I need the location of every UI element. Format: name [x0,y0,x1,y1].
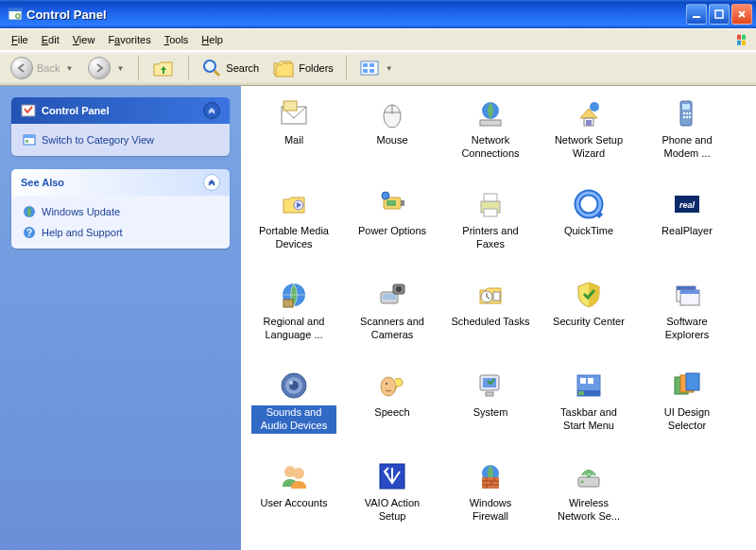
system-icon [474,370,507,402]
cpl-item-power[interactable]: Power Options [347,188,438,275]
switch-category-label: Switch to Category View [42,134,154,146]
views-button[interactable]: ▼ [354,56,400,80]
firewall-icon [474,460,507,492]
cpl-item-speech[interactable]: Speech [347,370,438,456]
minimize-button[interactable] [686,4,707,25]
forward-arrow-icon [88,57,111,79]
svg-point-62 [386,383,387,385]
search-icon [201,58,222,78]
toolbar-separator-2 [188,56,189,80]
svg-rect-1 [9,9,22,11]
window-title: Control Panel [26,8,686,22]
cpl-item-scanners[interactable]: Scanners and Cameras [347,279,438,366]
cpl-label: RealPlayer [659,224,715,239]
regional-icon [278,279,310,311]
svg-rect-65 [486,392,493,396]
cpl-label: Regional and Language ... [251,315,336,343]
svg-point-42 [577,193,600,215]
cpl-item-firewall[interactable]: Windows Firewall [445,460,536,547]
cpl-item-realplayer[interactable]: realRealPlayer [642,188,732,275]
svg-rect-46 [284,300,293,307]
folders-button[interactable]: Folders [267,55,338,81]
cpl-item-network-setup[interactable]: Network Setup Wizard [543,97,634,184]
menu-view[interactable]: View [67,32,101,47]
svg-rect-3 [693,16,700,18]
cpl-label: Speech [371,405,412,421]
cpl-item-network-connections[interactable]: Network Connections [445,97,536,184]
switch-category-link[interactable]: Switch to Category View [23,133,218,146]
svg-point-32 [686,116,688,118]
help-support-link[interactable]: ? Help and Support [23,226,218,239]
menu-tools[interactable]: Tools [159,32,195,47]
search-button[interactable]: Search [197,55,264,81]
cpl-item-printers[interactable]: Printers and Faxes [445,188,536,275]
cpl-item-taskbar[interactable]: Taskbar and Start Menu [543,370,634,456]
vaio-icon [376,460,408,492]
up-button[interactable] [146,54,180,82]
svg-rect-78 [482,477,499,489]
svg-rect-7 [363,63,368,67]
menu-file[interactable]: File [6,32,34,47]
svg-rect-54 [677,286,696,290]
sounds-icon [278,370,310,402]
sidebar: Control Panel Switch to Category View Se… [0,86,241,550]
cpl-item-wireless[interactable]: Wireless Network Se... [543,460,634,547]
cpl-item-phone-modem[interactable]: Phone and Modem ... [642,97,732,184]
cpl-item-regional[interactable]: Regional and Language ... [249,279,339,366]
help-support-label: Help and Support [42,227,123,238]
windows-update-link[interactable]: Windows Update [23,205,218,218]
forward-button[interactable]: ▼ [83,54,130,82]
cpl-item-quicktime[interactable]: QuickTime [543,188,634,275]
svg-rect-48 [383,294,396,300]
toolbar-separator-3 [346,56,347,80]
svg-point-60 [289,381,293,385]
cpl-label: Network Connections [448,133,533,162]
forward-dropdown[interactable]: ▼ [114,64,126,73]
cpl-item-system[interactable]: System [445,370,536,456]
svg-point-61 [381,377,396,396]
help-icon: ? [23,226,36,239]
svg-rect-56 [680,290,699,294]
svg-rect-22 [480,120,501,126]
cpl-item-scheduled[interactable]: Scheduled Tasks [445,279,536,366]
cpl-label: UI Design Selector [644,405,730,434]
cpl-item-vaio[interactable]: VAIO Action Setup [347,460,438,547]
cpl-item-software-explorers[interactable]: Software Explorers [642,279,732,366]
panel2-header[interactable]: See Also [11,169,230,196]
cpl-item-mail[interactable]: Mail [249,97,339,184]
collapse-icon[interactable] [203,102,220,119]
collapse-icon-2[interactable] [203,174,220,191]
cpl-item-ui-design[interactable]: UI Design Selector [642,370,732,456]
cpl-label: Scanners and Cameras [350,315,435,343]
cpl-label: Taskbar and Start Menu [546,405,631,434]
menu-edit[interactable]: Edit [36,32,65,47]
menu-favorites[interactable]: Favorites [102,32,156,47]
cpl-label: VAIO Action Setup [350,496,435,524]
phone-modem-icon [671,97,703,129]
svg-rect-39 [484,194,497,201]
cpl-item-portable-media[interactable]: Portable Media Devices [249,188,339,275]
windows-flag-icon [735,32,752,49]
maximize-button[interactable] [709,4,730,25]
cpl-item-mouse[interactable]: Mouse [347,97,438,184]
cpl-item-sounds[interactable]: Sounds and Audio Devices [249,370,339,456]
icon-grid: MailMouseNetwork ConnectionsNetwork Setu… [245,95,752,549]
power-icon [376,188,408,220]
panel1-header[interactable]: Control Panel [11,97,230,124]
svg-point-28 [683,112,685,114]
realplayer-icon: real [671,188,703,220]
menu-help[interactable]: Help [196,32,229,47]
svg-rect-27 [682,104,690,110]
cpl-item-user-accounts[interactable]: User Accounts [249,460,339,547]
svg-point-80 [587,474,591,478]
toolbar: Back ▼ ▼ Search Folders ▼ [0,51,756,86]
svg-rect-10 [369,69,374,73]
folders-label: Folders [299,62,334,74]
close-button[interactable] [731,4,752,25]
back-dropdown[interactable]: ▼ [63,64,75,73]
svg-rect-8 [369,63,374,67]
views-dropdown[interactable]: ▼ [384,64,395,73]
back-button[interactable]: Back ▼ [6,54,79,82]
cpl-item-security[interactable]: Security Center [543,279,634,366]
cpl-label: Windows Firewall [448,496,533,524]
